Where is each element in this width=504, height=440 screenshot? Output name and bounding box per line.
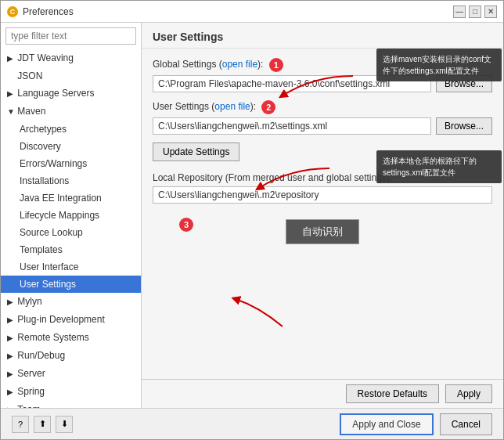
- sidebar-item-label: Errors/Warnings: [20, 158, 87, 169]
- auto-detect-button[interactable]: 自动识别: [286, 219, 359, 244]
- expand-arrow: ▶: [7, 367, 15, 381]
- sidebar-item-label: Archetypes: [20, 124, 67, 135]
- sidebar-item-installations[interactable]: Installations: [1, 172, 141, 189]
- global-settings-label: Global Settings (open file): 1: [153, 58, 492, 72]
- bottom-bar: ? ⬆ ⬇ Apply and Close Cancel: [1, 408, 503, 439]
- cancel-button[interactable]: Cancel: [440, 413, 492, 435]
- sidebar-item-mylyn[interactable]: ▶ Mylyn: [1, 293, 141, 311]
- expand-arrow: ▶: [7, 349, 15, 363]
- tree-container: ▶ JDT Weaving JSON ▶ Language Servers ▼ …: [1, 49, 141, 408]
- window-title: Preferences: [23, 6, 74, 17]
- sidebar-item-label: User Interface: [20, 261, 78, 272]
- sidebar-item-label: Maven: [17, 106, 45, 117]
- filter-input[interactable]: [5, 27, 136, 45]
- annotation-badge-1: 1: [269, 58, 283, 72]
- sidebar-item-archetypes[interactable]: Archetypes: [1, 121, 141, 138]
- sidebar-item-lifecycle-mappings[interactable]: Lifecycle Mappings: [1, 207, 141, 224]
- global-settings-suffix: ):: [257, 59, 263, 70]
- sidebar-item-server[interactable]: ▶ Server: [1, 365, 141, 383]
- sidebar-item-label: Run/Debug: [17, 350, 65, 361]
- user-settings-open-link[interactable]: open file: [214, 101, 250, 112]
- auto-detect-area: 3 自动识别: [153, 211, 492, 244]
- user-settings-suffix: ):: [250, 101, 256, 112]
- sidebar-item-label: Language Servers: [17, 88, 94, 99]
- restore-defaults-button[interactable]: Restore Defaults: [346, 384, 439, 403]
- sidebar-item-team[interactable]: ▶ Team: [1, 401, 141, 408]
- bottom-icons: ? ⬆ ⬇: [12, 416, 73, 433]
- sidebar-item-discovery[interactable]: Discovery: [1, 138, 141, 155]
- maximize-button[interactable]: □: [469, 5, 481, 18]
- sidebar-item-label: JSON: [17, 70, 42, 81]
- export-icon-button[interactable]: ⬆: [34, 416, 51, 433]
- sidebar-item-label: Installations: [20, 175, 69, 186]
- title-bar: C Preferences — □ ✕: [1, 1, 503, 23]
- window-controls: — □ ✕: [453, 5, 497, 18]
- sidebar-item-label: Discovery: [20, 141, 61, 152]
- app-icon: C: [7, 6, 18, 17]
- annotation-badge-3: 3: [179, 218, 193, 232]
- sidebar-item-label: Lifecycle Mappings: [20, 210, 99, 221]
- page-title: User Settings: [153, 31, 223, 43]
- expand-arrow: ▶: [7, 331, 15, 345]
- minimize-button[interactable]: —: [453, 5, 466, 18]
- sidebar-item-label: Mylyn: [17, 296, 41, 307]
- local-repo-input[interactable]: [153, 186, 492, 204]
- global-settings-open-link[interactable]: open file: [222, 59, 257, 70]
- sidebar-item-user-settings[interactable]: User Settings: [1, 276, 141, 293]
- global-settings-browse-button[interactable]: Browse...: [436, 75, 492, 92]
- left-panel: ▶ JDT Weaving JSON ▶ Language Servers ▼ …: [1, 23, 142, 408]
- help-icon-button[interactable]: ?: [12, 416, 29, 433]
- import-icon-button[interactable]: ⬇: [56, 416, 73, 433]
- expand-arrow: ▼: [7, 105, 15, 119]
- bottom-right-buttons: Apply and Close Cancel: [340, 413, 492, 435]
- apply-button[interactable]: Apply: [445, 384, 492, 403]
- user-settings-label: User Settings (open file): 2: [153, 100, 492, 114]
- sidebar-item-jdt-weaving[interactable]: ▶ JDT Weaving: [1, 49, 141, 67]
- update-settings-button[interactable]: Update Settings: [153, 142, 239, 161]
- arrow-svg-3: [220, 291, 314, 330]
- user-settings-text: User Settings (: [153, 101, 214, 112]
- sidebar-item-errors-warnings[interactable]: Errors/Warnings: [1, 155, 141, 172]
- sidebar-item-language-servers[interactable]: ▶ Language Servers: [1, 85, 141, 103]
- close-button[interactable]: ✕: [484, 5, 497, 18]
- global-settings-input[interactable]: [153, 75, 431, 92]
- sidebar-item-maven[interactable]: ▼ Maven: [1, 103, 141, 121]
- sidebar-item-remote-systems[interactable]: ▶ Remote Systems: [1, 329, 141, 347]
- sidebar-item-templates[interactable]: Templates: [1, 241, 141, 258]
- sidebar-item-spring[interactable]: ▶ Spring: [1, 383, 141, 401]
- expand-arrow: ▶: [7, 295, 15, 309]
- expand-arrow: ▶: [7, 313, 15, 327]
- sidebar-item-label: Plug-in Development: [17, 314, 104, 325]
- main-content: ▶ JDT Weaving JSON ▶ Language Servers ▼ …: [1, 23, 503, 408]
- user-settings-input[interactable]: [153, 117, 431, 135]
- global-settings-text: Global Settings (: [153, 59, 222, 70]
- sidebar-item-label: JDT Weaving: [17, 52, 74, 63]
- sidebar-item-run-debug[interactable]: ▶ Run/Debug: [1, 347, 141, 365]
- expand-arrow: ▶: [7, 87, 15, 101]
- right-footer: Restore Defaults Apply: [142, 379, 503, 408]
- right-header: User Settings: [142, 23, 503, 49]
- sidebar-item-java-ee-integration[interactable]: Java EE Integration: [1, 189, 141, 207]
- user-settings-browse-button[interactable]: Browse...: [436, 117, 492, 135]
- sidebar-item-label: User Settings: [20, 279, 76, 290]
- sidebar-item-label: Templates: [20, 244, 63, 255]
- sidebar-item-label: Spring: [17, 386, 45, 397]
- expand-arrow: ▶: [7, 52, 15, 66]
- local-repo-label: Local Repository (From merged user and g…: [153, 172, 492, 183]
- local-repo-row: [153, 186, 492, 204]
- sidebar-item-user-interface[interactable]: User Interface: [1, 258, 141, 276]
- apply-and-close-button[interactable]: Apply and Close: [340, 413, 433, 435]
- sidebar-item-label: Java EE Integration: [20, 193, 102, 204]
- right-body: Global Settings (open file): 1 Browse...…: [142, 49, 503, 379]
- title-bar-left: C Preferences: [7, 6, 74, 17]
- user-settings-row: Browse...: [153, 117, 492, 135]
- annotation-badge-2: 2: [261, 100, 275, 114]
- sidebar-item-label: Server: [17, 368, 45, 379]
- global-settings-row: Browse...: [153, 75, 492, 92]
- expand-arrow: ▶: [7, 385, 15, 399]
- sidebar-item-json[interactable]: JSON: [1, 67, 141, 85]
- sidebar-item-source-lookup[interactable]: Source Lookup: [1, 224, 141, 241]
- sidebar-item-plug-in-development[interactable]: ▶ Plug-in Development: [1, 311, 141, 329]
- right-panel: User Settings Global Settings (open file…: [142, 23, 503, 408]
- local-repo-text: Local Repository (From merged user and g…: [153, 172, 392, 183]
